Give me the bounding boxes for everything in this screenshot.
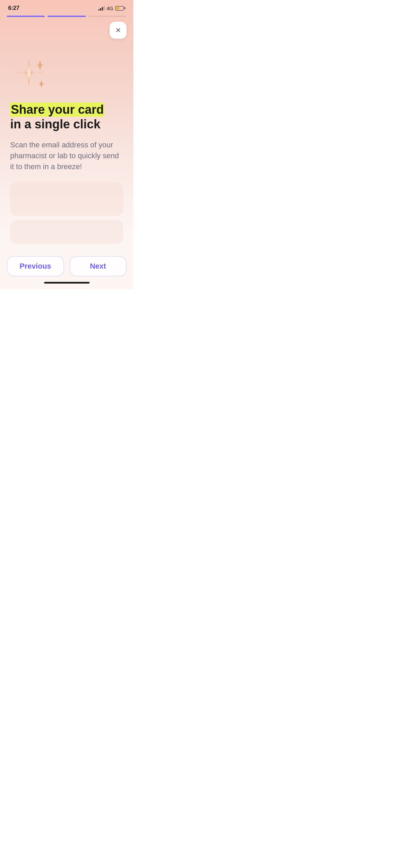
title-line1: Share your card bbox=[10, 103, 104, 116]
close-icon: ✕ bbox=[115, 27, 121, 34]
card-placeholder-1 bbox=[10, 182, 123, 216]
progress-segment-2 bbox=[47, 16, 85, 17]
progress-segment-3 bbox=[89, 16, 127, 17]
card-placeholder-2 bbox=[10, 220, 123, 244]
card-preview-area bbox=[10, 182, 123, 244]
close-button[interactable]: ✕ bbox=[110, 22, 127, 39]
network-label: 4G bbox=[107, 5, 113, 11]
status-time: 6:27 bbox=[8, 5, 19, 12]
signal-icon bbox=[98, 6, 104, 11]
progress-segment-1 bbox=[7, 16, 45, 17]
sparkle-icon bbox=[10, 56, 51, 93]
bottom-section: Previous Next bbox=[0, 251, 133, 289]
next-button[interactable]: Next bbox=[70, 256, 127, 276]
title-line2: in a single click bbox=[10, 117, 123, 131]
progress-bar bbox=[0, 14, 133, 18]
previous-button[interactable]: Previous bbox=[7, 256, 64, 276]
title-container: Share your card in a single click bbox=[10, 103, 123, 131]
status-bar: 6:27 4G bbox=[0, 0, 133, 14]
home-indicator bbox=[7, 282, 127, 286]
description-text: Scan the email address of your pharmacis… bbox=[10, 140, 123, 172]
nav-buttons: Previous Next bbox=[7, 256, 127, 276]
battery-icon bbox=[115, 6, 125, 11]
screen: 6:27 4G ✕ bbox=[0, 0, 133, 289]
status-icons: 4G bbox=[98, 5, 125, 11]
title-highlight: Share your card bbox=[10, 103, 104, 116]
main-content: Share your card in a single click Scan t… bbox=[0, 42, 133, 251]
home-bar bbox=[44, 282, 90, 284]
close-button-container: ✕ bbox=[0, 18, 133, 42]
